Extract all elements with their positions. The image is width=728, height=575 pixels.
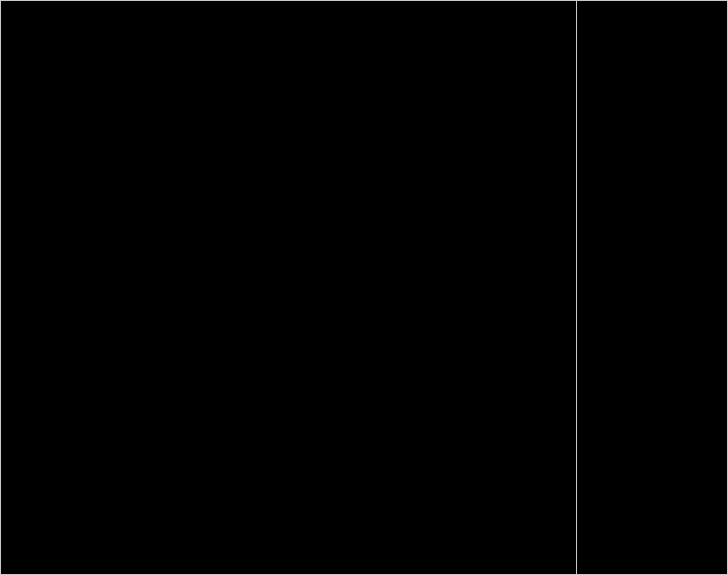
panel-divider bbox=[576, 1, 577, 575]
info-panel bbox=[580, 1, 728, 575]
astrolog-window bbox=[0, 0, 728, 575]
natal-chart-wheel bbox=[1, 1, 576, 575]
